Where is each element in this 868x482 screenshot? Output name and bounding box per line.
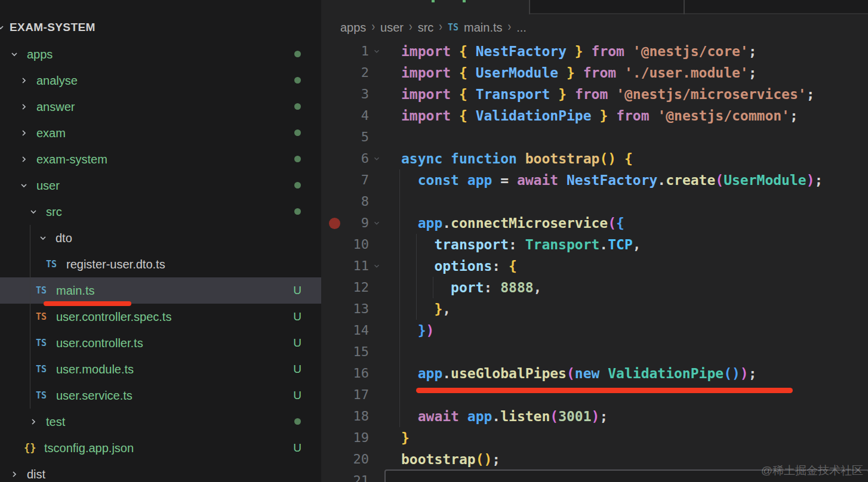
code-line-14: }) — [401, 320, 434, 341]
line-number: 1 — [321, 41, 369, 62]
line-number: 6 — [321, 148, 369, 169]
fold-chevron-icon[interactable] — [373, 41, 382, 62]
line-number: 14 — [321, 320, 369, 341]
breadcrumb-item[interactable]: main.ts — [464, 21, 502, 35]
project-title: EXAM-SYSTEM — [10, 21, 96, 34]
code-line-7: const app = await NestFactory.create(Use… — [401, 169, 823, 191]
code-line-4: import { ValidationPipe } from '@nestjs/… — [401, 105, 798, 126]
git-modified-dot — [290, 101, 304, 112]
line-number: 16 — [321, 363, 369, 384]
file-label: exam-system — [36, 153, 107, 166]
json-file-icon: {} — [24, 442, 40, 454]
git-untracked-badge: U — [290, 441, 304, 455]
tree-row-dist[interactable]: dist — [0, 461, 321, 482]
code-line-19: } — [401, 427, 410, 449]
tree-row-apps[interactable]: apps — [0, 41, 321, 67]
breadcrumb-item[interactable]: ... — [516, 21, 527, 35]
code-line-9: app.connectMicroservice({ — [401, 212, 624, 234]
tab-active-maints[interactable] — [321, 0, 530, 14]
code-line-12: port: 8888, — [401, 277, 541, 298]
code-line-2: import { UserModule } from './user.modul… — [401, 62, 757, 84]
code-line-16: app.useGlobalPipes(new ValidationPipe())… — [401, 363, 757, 384]
chevron-down-icon — [29, 207, 38, 217]
code-line-11: options: { — [401, 255, 517, 277]
tree-row-user-controller-ts[interactable]: TSuser.controller.tsU — [0, 330, 321, 356]
tree-row-register-user-dto-ts[interactable]: TSregister-user.dto.ts — [0, 251, 321, 277]
breadcrumb-item[interactable]: user — [380, 21, 404, 35]
fold-chevron-icon[interactable] — [373, 255, 382, 277]
file-label: exam — [36, 126, 66, 140]
fold-chevron-icon[interactable] — [373, 148, 382, 169]
tab-bar: g — [321, 0, 868, 14]
breadcrumb-separator: › — [439, 20, 442, 35]
chevron-down-icon — [38, 233, 48, 243]
git-modified-dot — [290, 75, 304, 86]
tree-row-answer[interactable]: answer — [0, 94, 321, 120]
explorer-sidebar: EXAM-SYSTEM appsanalyseanswerexamexam-sy… — [0, 0, 321, 482]
tree-row-user-controller-spec-ts[interactable]: TSuser.controller.spec.tsU — [0, 304, 321, 330]
typescript-test-file-icon: TS — [36, 311, 52, 322]
file-label: dto — [56, 231, 72, 245]
line-number: 19 — [321, 427, 369, 449]
file-label: user.controller.spec.ts — [56, 310, 171, 324]
file-label: analyse — [36, 74, 78, 88]
tree-row-src[interactable]: src — [0, 199, 321, 225]
git-untracked-badge: U — [290, 284, 304, 297]
git-modified-dot — [290, 206, 304, 217]
typescript-file-icon: TS — [46, 259, 62, 270]
git-untracked-badge: U — [290, 363, 304, 376]
line-number: 20 — [321, 449, 369, 470]
breadcrumb-item[interactable]: src — [418, 21, 434, 35]
code-line-3: import { Transport } from '@nestjs/micro… — [401, 84, 814, 105]
breadcrumb-item[interactable]: apps — [340, 21, 366, 35]
file-label: user — [36, 179, 60, 193]
tree-row-user-module-ts[interactable]: TSuser.module.tsU — [0, 356, 321, 382]
line-number: 4 — [321, 105, 369, 126]
line-number: 21 — [321, 470, 369, 482]
line-number: 18 — [321, 406, 369, 427]
code-line-13: }, — [401, 298, 451, 320]
file-label: main.ts — [56, 284, 94, 298]
git-modified-dot — [290, 416, 304, 427]
tree-row-exam[interactable]: exam — [0, 120, 321, 146]
chevron-right-icon — [29, 417, 38, 427]
tree-row-main-ts[interactable]: TSmain.tsU — [0, 277, 321, 304]
breadcrumb: apps›user›src›TSmain.ts›... — [340, 19, 527, 36]
line-number: 13 — [321, 298, 369, 320]
tree-row-user[interactable]: user — [0, 172, 321, 199]
line-number: 8 — [321, 191, 369, 212]
tree-indent-guide — [30, 225, 30, 409]
typescript-file-icon: TS — [36, 364, 52, 375]
file-label: user.service.ts — [56, 389, 133, 403]
tree-row-user-service-ts[interactable]: TSuser.service.tsU — [0, 382, 321, 409]
tree-row-analyse[interactable]: analyse — [0, 67, 321, 94]
typescript-file-icon: TS — [36, 285, 52, 296]
line-number: 17 — [321, 384, 369, 406]
chevron-down-icon — [0, 23, 5, 32]
typescript-file-icon: TS — [448, 22, 458, 33]
breakpoint-dot[interactable] — [329, 218, 340, 229]
chevron-right-icon — [19, 155, 29, 164]
file-label: dist — [27, 468, 45, 481]
tab-inactive-2[interactable]: g — [684, 0, 868, 14]
tree-row-dto[interactable]: dto — [0, 225, 321, 251]
file-label: user.module.ts — [56, 363, 134, 376]
line-number: 11 — [321, 255, 369, 277]
tree-row-tsconfig-app-json[interactable]: {}tsconfig.app.jsonU — [0, 435, 321, 461]
line-number: 2 — [321, 62, 369, 84]
fold-chevron-icon[interactable] — [373, 212, 382, 234]
chevron-right-icon — [19, 128, 29, 138]
file-label: answer — [36, 100, 75, 114]
tree-row-test[interactable]: test — [0, 409, 321, 435]
tab-divider — [684, 0, 685, 14]
project-root-row[interactable]: EXAM-SYSTEM — [0, 14, 321, 41]
tab-inactive-1[interactable] — [530, 0, 684, 14]
watermark: @稀土掘金技术社区 — [761, 463, 863, 478]
tree-row-exam-system[interactable]: exam-system — [0, 146, 321, 172]
file-label: src — [46, 205, 62, 219]
chevron-right-icon — [10, 469, 19, 479]
git-modified-dot — [290, 49, 304, 60]
sidebar-red-annotation — [44, 301, 131, 306]
breadcrumb-separator: › — [409, 20, 413, 35]
git-untracked-badge: U — [290, 389, 304, 402]
